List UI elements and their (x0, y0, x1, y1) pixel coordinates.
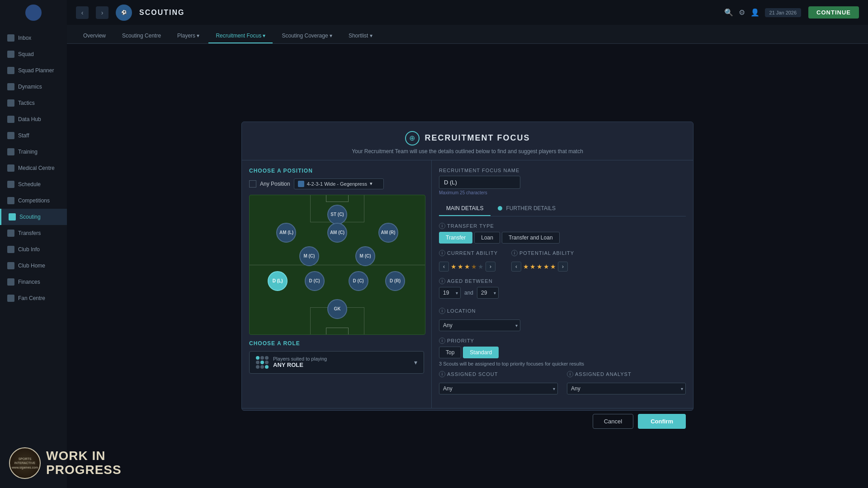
sidebar-item-staff[interactable]: Staff (0, 127, 67, 144)
cancel-button[interactable]: Cancel (593, 414, 633, 429)
priority-section: i PRIORITY Top Standard 3 Scouts will be… (439, 338, 686, 366)
p-star-1: ★ (523, 263, 529, 270)
position-node-m-c-right[interactable]: M (C) (355, 246, 375, 266)
settings-button[interactable]: ⚙ (739, 8, 745, 17)
confirm-button[interactable]: Confirm (638, 414, 686, 429)
loan-button[interactable]: Loan (474, 232, 500, 244)
role-section: CHOOSE A ROLE Players suited to playing … (249, 340, 424, 374)
sidebar-item-club-home[interactable]: Club Home (0, 258, 67, 274)
squad-planner-icon (7, 67, 14, 74)
any-position-checkbox[interactable] (249, 180, 256, 188)
tab-recruitment-focus[interactable]: Recruitment Focus ▾ (208, 29, 273, 43)
position-node-st-c[interactable]: ST (C) (327, 205, 347, 225)
priority-top-button[interactable]: Top (439, 347, 461, 358)
current-ability-box: i CURRENT ABILITY ‹ ★ ★ ★ ★ ★ (439, 250, 498, 272)
age-max-select[interactable]: 29 303132 (477, 287, 499, 299)
assigned-scout-select[interactable]: Any (439, 383, 558, 394)
user-button[interactable]: 👤 (750, 8, 760, 17)
sidebar-item-finances[interactable]: Finances (0, 274, 67, 290)
sidebar-item-label: Finances (18, 279, 40, 285)
priority-info-text: 3 Scouts will be assigned to top priorit… (439, 361, 686, 366)
sidebar-item-competitions[interactable]: Competitions (0, 192, 67, 209)
position-controls: Any Position 4-2-3-1 Wide - Gegenpress ▾ (249, 178, 424, 189)
sidebar-item-label: Medical Centre (18, 165, 55, 171)
sidebar-item-transfers[interactable]: Transfers (0, 225, 67, 241)
position-node-d-l[interactable]: D (L) (268, 271, 288, 291)
sidebar-item-label: Competitions (18, 197, 50, 204)
potential-ability-next-button[interactable]: › (558, 262, 568, 272)
sidebar-item-scouting[interactable]: Scouting (0, 209, 67, 225)
sidebar-item-tactics[interactable]: Tactics (0, 95, 67, 111)
sidebar-item-inbox[interactable]: Inbox (0, 30, 67, 46)
page-title: SCOUTING (139, 9, 184, 17)
position-node-d-c-left[interactable]: D (C) (305, 271, 325, 291)
sidebar-item-medical[interactable]: Medical Centre (0, 160, 67, 176)
subnav: Overview Scouting Centre Players ▾ Recru… (67, 25, 868, 44)
potential-ability-stars-row: ‹ ★ ★ ★ ★ ★ › (511, 262, 574, 272)
training-icon (7, 148, 14, 155)
priority-info-icon: i (439, 338, 445, 344)
sidebar-item-dynamics[interactable]: Dynamics (0, 79, 67, 95)
transfer-button[interactable]: Transfer (439, 232, 472, 244)
modal-subtitle: Your Recruitment Team will use the detai… (352, 148, 583, 155)
tab-main-details[interactable]: MAIN DETAILS (439, 202, 491, 216)
modal-title: RECRUITMENT FOCUS (425, 133, 530, 143)
medical-icon (7, 164, 14, 172)
pitch-goal-top (326, 195, 349, 202)
club-info-icon (7, 246, 14, 253)
sidebar-item-club-info[interactable]: Club Info (0, 241, 67, 258)
tab-shortlist[interactable]: Shortlist ▾ (341, 29, 380, 43)
location-label: LOCATION (447, 308, 476, 314)
position-node-am-l[interactable]: AM (L) (276, 223, 296, 243)
position-node-m-c-left[interactable]: M (C) (299, 246, 319, 266)
tab-players[interactable]: Players ▾ (170, 29, 207, 43)
dynamics-icon (7, 83, 14, 90)
tab-scouting-centre[interactable]: Scouting Centre (115, 29, 168, 43)
forward-button[interactable]: › (96, 6, 108, 19)
p-star-2: ★ (530, 263, 536, 270)
focus-name-input[interactable] (439, 176, 520, 189)
potential-ability-box: i POTENTIAL ABILITY ‹ ★ ★ ★ ★ ★ (511, 250, 574, 272)
transfer-and-loan-button[interactable]: Transfer and Loan (502, 232, 560, 244)
sidebar-item-squad-planner[interactable]: Squad Planner (0, 62, 67, 79)
sidebar: Inbox Squad Squad Planner Dynamics Tacti… (0, 0, 67, 488)
sidebar-item-squad[interactable]: Squad (0, 46, 67, 62)
position-node-am-r[interactable]: AM (R) (378, 223, 398, 243)
position-panel: CHOOSE A POSITION Any Position 4-2-3-1 W… (242, 160, 432, 408)
sidebar-item-schedule[interactable]: Schedule (0, 176, 67, 192)
potential-ability-prev-button[interactable]: ‹ (511, 262, 521, 272)
formation-label: 4-2-3-1 Wide - Gegenpress (307, 181, 367, 187)
position-node-gk[interactable]: GK (327, 299, 347, 319)
position-node-am-c[interactable]: AM (C) (327, 223, 347, 243)
potential-ability-label: POTENTIAL ABILITY (519, 250, 574, 256)
formation-dropdown[interactable]: 4-2-3-1 Wide - Gegenpress ▾ (294, 178, 384, 189)
tab-scouting-coverage[interactable]: Scouting Coverage ▾ (274, 29, 339, 43)
modal-header: ⊕ RECRUITMENT FOCUS Your Recruitment Tea… (242, 122, 693, 160)
sidebar-item-fan-centre[interactable]: Fan Centre (0, 290, 67, 306)
age-min-select[interactable]: 19 202122 (439, 287, 461, 299)
role-selector-dropdown[interactable]: Players suited to playing ANY ROLE ▾ (249, 351, 424, 374)
club-badge: ⚽ (116, 5, 132, 21)
priority-standard-button[interactable]: Standard (463, 347, 499, 358)
sidebar-item-training[interactable]: Training (0, 144, 67, 160)
sidebar-item-label: Fan Centre (18, 295, 45, 301)
tab-overview[interactable]: Overview (76, 29, 113, 43)
football-pitch: ST (C) AM (L) AM (C) AM (R) M (C) M (C) … (249, 195, 425, 335)
p-star-3: ★ (537, 263, 542, 270)
position-node-d-r[interactable]: D (R) (385, 271, 405, 291)
search-button[interactable]: 🔍 (724, 8, 733, 17)
focus-name-label: RECRUITMENT FOCUS NAME (439, 168, 686, 173)
current-ability-next-button[interactable]: › (486, 262, 495, 272)
recruitment-focus-icon: ⊕ (405, 131, 420, 145)
location-select[interactable]: Any Europe UK South America (439, 319, 520, 331)
sidebar-item-data-hub[interactable]: Data Hub (0, 111, 67, 127)
back-button[interactable]: ‹ (76, 6, 89, 19)
continue-button[interactable]: CONTINUE (808, 6, 859, 19)
choose-role-title: CHOOSE A ROLE (249, 340, 424, 347)
pitch-center-line (250, 265, 425, 265)
tab-further-details[interactable]: FURTHER DETAILS (491, 202, 563, 216)
sidebar-item-label: Scouting (19, 214, 41, 220)
position-node-d-c-right[interactable]: D (C) (349, 271, 368, 291)
assigned-analyst-select[interactable]: Any (567, 383, 686, 394)
current-ability-prev-button[interactable]: ‹ (439, 262, 449, 272)
